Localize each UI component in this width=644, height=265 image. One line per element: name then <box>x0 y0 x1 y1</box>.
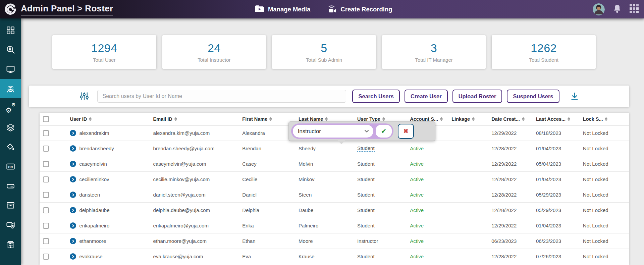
first-name: Casey <box>242 161 257 167</box>
user-id[interactable]: dansteen <box>79 192 100 198</box>
column-header[interactable]: Last Name <box>299 116 357 122</box>
expand-user-icon[interactable] <box>70 145 76 152</box>
stat-label: Total Instructor <box>198 57 230 63</box>
column-header-label: Linkage <box>451 116 470 122</box>
column-header[interactable]: Email ID <box>153 116 243 122</box>
email: alexandra.kim@yuja.com <box>153 130 210 136</box>
search-input[interactable] <box>97 90 346 103</box>
sort-icon[interactable] <box>269 117 272 121</box>
sort-icon[interactable] <box>89 117 92 121</box>
expand-user-icon[interactable] <box>70 130 76 136</box>
lock-status: Not Locked <box>583 146 608 151</box>
row-checkbox[interactable] <box>43 161 49 167</box>
row-checkbox[interactable] <box>43 192 49 198</box>
row-checkbox[interactable] <box>43 207 49 213</box>
column-header-label: Last Acces... <box>536 116 566 122</box>
row-checkbox[interactable] <box>43 254 49 260</box>
sidebar-item-institution[interactable] <box>0 234 21 254</box>
expand-user-icon[interactable] <box>70 161 76 167</box>
user-id[interactable]: delphiadaube <box>79 207 109 213</box>
sort-icon[interactable] <box>522 117 525 121</box>
expand-user-icon[interactable] <box>70 238 76 244</box>
download-roster-icon[interactable] <box>568 92 581 101</box>
user-id[interactable]: ethanmoore <box>79 238 106 244</box>
column-header[interactable]: Lock S... <box>583 116 629 122</box>
column-header[interactable]: User ID <box>70 116 153 122</box>
notification-bell-icon[interactable] <box>613 4 622 15</box>
sidebar-item-layers[interactable] <box>0 118 21 137</box>
sort-icon[interactable] <box>382 117 385 121</box>
sidebar-item-settings[interactable]: ⚙⚙ <box>0 98 21 118</box>
upload-roster-button[interactable]: Upload Roster <box>452 90 502 103</box>
expand-user-icon[interactable] <box>70 207 76 213</box>
roster-people-icon <box>6 84 15 94</box>
column-header[interactable]: Last Acces... <box>536 116 583 122</box>
column-header[interactable]: Account S... <box>410 116 451 122</box>
app-logo-icon[interactable] <box>4 3 17 16</box>
user-id[interactable]: alexandrakim <box>79 130 109 136</box>
sidebar-item-user-search[interactable] <box>0 40 21 59</box>
sort-icon[interactable] <box>568 117 570 121</box>
main-content: 1294 Total User 24 Total Instructor 5 To… <box>21 18 644 265</box>
user-type[interactable]: Student <box>357 223 375 228</box>
user-type[interactable]: Student <box>357 176 375 182</box>
create-recording-button[interactable]: Create Recording <box>325 3 394 15</box>
user-id[interactable]: caseymelvin <box>79 161 107 167</box>
create-user-button[interactable]: Create User <box>405 90 448 103</box>
user-id[interactable]: brendansheedy <box>79 146 114 151</box>
sort-icon[interactable] <box>440 117 443 121</box>
column-header[interactable]: Linkage <box>451 116 491 122</box>
row-checkbox[interactable] <box>43 146 49 152</box>
sidebar-item-dashboard[interactable] <box>0 20 21 40</box>
user-type[interactable]: Student <box>357 161 375 167</box>
last-access: 08/18/2023 <box>536 130 561 136</box>
sidebar-item-media-recorder[interactable] <box>0 215 21 234</box>
apps-grid-icon[interactable] <box>630 4 639 14</box>
user-type[interactable]: Student <box>357 145 375 152</box>
user-id[interactable]: erikapalmeiro <box>79 223 109 228</box>
sidebar-item-branding[interactable] <box>0 137 21 157</box>
expand-user-icon[interactable] <box>70 176 76 182</box>
sidebar-item-roster[interactable] <box>0 79 21 98</box>
row-checkbox[interactable] <box>43 223 49 229</box>
search-users-button[interactable]: Search Users <box>352 90 400 103</box>
sort-icon[interactable] <box>472 117 475 121</box>
row-checkbox[interactable] <box>43 238 49 244</box>
user-type[interactable]: Student <box>357 192 375 198</box>
cancel-button[interactable]: ✖ <box>398 124 414 139</box>
stat-card: 5 Total Sub Admin <box>272 35 376 69</box>
stat-value: 3 <box>431 42 437 55</box>
sort-icon[interactable] <box>605 117 607 121</box>
expand-user-icon[interactable] <box>70 192 76 198</box>
user-id[interactable]: evakrause <box>79 254 102 259</box>
filter-icon[interactable] <box>77 91 91 102</box>
select-all-checkbox[interactable] <box>43 116 49 122</box>
user-type[interactable]: Student <box>357 254 375 259</box>
row-checkbox[interactable] <box>43 176 49 182</box>
user-type-select[interactable]: Instructor <box>293 125 373 138</box>
user-type[interactable]: Instructor <box>357 238 378 244</box>
row-checkbox[interactable] <box>43 130 49 136</box>
last-access: 01/04/2023 <box>536 146 561 151</box>
lock-status: Not Locked <box>583 192 608 198</box>
column-header[interactable]: User Type <box>357 116 410 122</box>
sidebar-item-archive[interactable] <box>0 196 21 215</box>
sort-icon[interactable] <box>325 117 328 121</box>
stat-card: 3 Total IT Manager <box>382 35 486 69</box>
email: cecilie.minkov@yuja.com <box>153 176 210 182</box>
table-row: ethanmoore ethan.moore@yuja.com Ethan Mo… <box>40 233 629 249</box>
expand-user-icon[interactable] <box>70 222 76 229</box>
sidebar-item-devices[interactable] <box>0 59 21 79</box>
expand-user-icon[interactable] <box>70 253 76 260</box>
sidebar-item-captions[interactable]: CC <box>0 157 21 176</box>
column-header[interactable]: First Name <box>242 116 299 122</box>
sort-icon[interactable] <box>174 117 177 121</box>
suspend-users-button[interactable]: Suspend Users <box>507 90 559 103</box>
column-header[interactable]: Date Creat... <box>491 116 536 122</box>
user-id[interactable]: cecilieminkov <box>79 176 109 182</box>
manage-media-button[interactable]: Manage Media <box>253 4 312 15</box>
confirm-button[interactable]: ✔ <box>376 125 392 138</box>
user-type[interactable]: Student <box>357 207 375 213</box>
avatar[interactable] <box>593 3 605 15</box>
sidebar-item-storage[interactable] <box>0 176 21 196</box>
